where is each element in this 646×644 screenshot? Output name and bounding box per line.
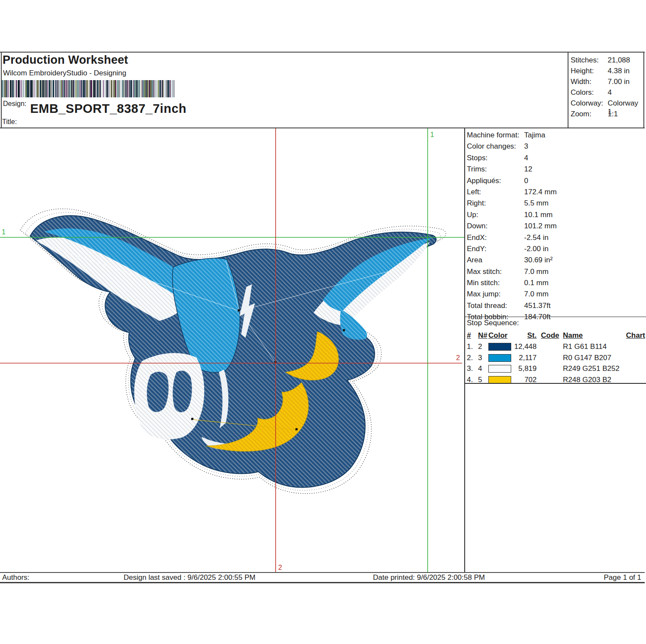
muzzle-white-patch xyxy=(134,353,205,439)
design-name: EMB_SPORT_8387_7inch xyxy=(30,102,186,116)
col-header-code: Code xyxy=(541,331,559,340)
col-header-st: St. xyxy=(503,331,537,340)
design-preview-area: 1 1 2 2 xyxy=(0,128,464,572)
col-header-n: N# xyxy=(478,331,488,340)
machine-row: Max jump:7.0 mm xyxy=(467,290,645,301)
design-label: Design: xyxy=(3,100,26,108)
design-canvas: 1 1 2 2 xyxy=(0,128,464,572)
summary-row: Colors:4 xyxy=(571,88,643,99)
app-subtitle: Wilcom EmbroideryStudio - Designing xyxy=(3,69,126,78)
red-guide-label-bottom: 2 xyxy=(278,564,282,571)
machine-row: Max stitch:7.0 mm xyxy=(467,268,645,279)
machine-row: Left:172.4 mm xyxy=(467,188,645,199)
machine-row: Machine format:Tajima xyxy=(467,131,645,142)
green-guide-label-left: 1 xyxy=(2,228,6,236)
machine-row: Total thread:451.37ft xyxy=(467,302,645,313)
col-header-num: # xyxy=(467,331,471,340)
machine-row: Down:101.2 mm xyxy=(467,222,645,233)
summary-row: Zoom:1:1 xyxy=(571,110,643,121)
machine-row: Area30.69 in² xyxy=(467,256,645,267)
machine-info-list: Machine format:TajimaColor changes:3Stop… xyxy=(467,131,645,324)
stop-sequence-title: Stop Sequence: xyxy=(467,319,519,327)
page-number: Page 1 of 1 xyxy=(604,573,641,582)
summary-row: Width:7.00 in xyxy=(571,78,643,88)
green-guide-label-top: 1 xyxy=(430,131,434,138)
stop-row: 2.32,117R0 G147 B207 xyxy=(465,354,646,363)
design-barcode xyxy=(2,80,183,97)
stop-row: 3.45,819R249 G251 B252 xyxy=(465,364,646,374)
summary-row: Colorway:Colorway 1 xyxy=(571,99,643,110)
design-summary-box: Stitches:21,088Height:4.38 inWidth:7.00 … xyxy=(568,53,644,128)
title-label: Title: xyxy=(2,118,17,126)
authors-label: Authors: xyxy=(2,573,29,582)
design-info-panel: Machine format:TajimaColor changes:3Stop… xyxy=(464,128,646,572)
machine-row: EndX:-2.54 in xyxy=(467,233,645,245)
bull-embroidery-design xyxy=(20,209,446,494)
col-header-name: Name xyxy=(563,331,583,340)
summary-row: Stitches:21,088 xyxy=(571,56,643,67)
page-title: Production Worksheet xyxy=(3,53,128,67)
machine-row: Stops:4 xyxy=(467,154,645,165)
date-printed-text: Date printed: 9/6/2025 2:00:58 PM xyxy=(373,573,485,582)
machine-row: Min stitch:0.1 mm xyxy=(467,279,645,290)
last-saved-text: Design last saved : 9/6/2025 2:00:55 PM xyxy=(124,573,255,582)
col-header-chart: Chart xyxy=(626,331,645,340)
summary-row: Height:4.38 in xyxy=(571,67,643,78)
stop-table-bottom-rule xyxy=(465,383,646,384)
stop-row: 1.212,448R1 G61 B114 xyxy=(465,342,646,352)
machine-row: Up:10.1 mm xyxy=(467,211,645,222)
machine-row: Right:5.5 mm xyxy=(467,199,645,210)
machine-row: EndY:-2.00 in xyxy=(467,245,645,256)
machine-row: Trims:12 xyxy=(467,165,645,176)
footer-bar: Authors: Design last saved : 9/6/2025 2:… xyxy=(0,572,645,583)
red-guide-label-right: 2 xyxy=(456,354,460,361)
machine-row: Appliqués:0 xyxy=(467,177,645,188)
stop-sequence-section: Stop Sequence: # N# Color St. Code Name … xyxy=(465,317,646,386)
machine-row: Color changes:3 xyxy=(467,142,645,153)
